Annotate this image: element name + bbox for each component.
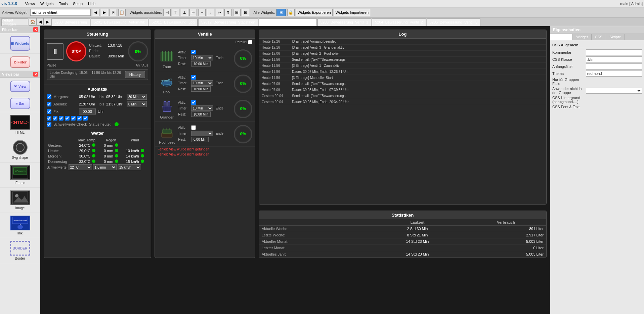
right-tab-widget[interactable]: Widget <box>573 34 591 40</box>
align-v-btn[interactable]: ↕ <box>207 9 214 16</box>
morgens-select[interactable]: 30 Min <box>127 94 147 100</box>
copy-btn[interactable]: ⎘ <box>110 9 117 16</box>
check3[interactable] <box>59 116 63 121</box>
sidebar-item-iframe[interactable]: <iFrame> iFrame <box>0 163 40 188</box>
right-tab-skripte[interactable]: Skripte <box>606 34 625 40</box>
tab-5204[interactable]: 5204_Bewässerung_Ventil_2 <box>372 18 426 26</box>
sidebar-filter-close[interactable]: ✕ <box>33 27 38 32</box>
menu-setup[interactable]: Setup <box>70 1 85 6</box>
morgens-check[interactable] <box>47 94 51 99</box>
steuerung-panel: Steuerung ⏸ STOP Uhrzeit: 13:07:18 <box>44 30 151 258</box>
tab-52012[interactable]: 52012_Bewässerung_Statistiken <box>198 18 258 26</box>
html-icon-box: <HTML> <box>10 115 30 130</box>
hochbeet-timer-select[interactable] <box>191 131 213 136</box>
sidebar-item-border[interactable]: BORDER Border <box>0 238 40 263</box>
sidebar-item-filter[interactable]: ⊘ Filter <box>0 54 40 71</box>
tab-back-btn[interactable]: ◀ <box>36 18 44 26</box>
paste-btn[interactable]: 📋 <box>118 9 126 16</box>
history-btn[interactable]: History <box>125 71 145 78</box>
schwellwert-regen-sel[interactable]: 1.0 mm <box>93 164 117 170</box>
expand-btn[interactable]: ⊞ <box>242 9 249 16</box>
menu-views[interactable]: Views <box>23 1 38 6</box>
arrow-left-btn[interactable]: ◀ <box>92 9 99 16</box>
lock-btn[interactable]: 🔒 <box>287 9 295 16</box>
abends-check[interactable] <box>47 102 51 106</box>
tab-home-btn[interactable]: 🏠 <box>29 18 36 26</box>
zaun-timer-select[interactable]: 10 Min <box>191 55 213 60</box>
grander-timer-select[interactable]: 10 Min <box>191 105 213 111</box>
zaun-aktiv-check[interactable] <box>191 50 196 54</box>
align-top-btn[interactable]: ⊥ <box>181 9 188 16</box>
pool-timer-select[interactable]: 10 Min <box>191 80 213 86</box>
aktives-widget-input[interactable] <box>30 9 91 16</box>
app-title: vis 1.3.8 <box>1 1 17 6</box>
align-right-btn[interactable]: ⊢ <box>189 9 197 16</box>
check6[interactable] <box>77 116 82 121</box>
schwellwert-check[interactable] <box>47 122 51 127</box>
pause-btn[interactable]: ⏸ <box>47 43 63 60</box>
tab-5205[interactable]: 5205_Bewässerung_Ventil_3 <box>427 18 481 26</box>
check7[interactable] <box>83 116 88 121</box>
anwender-select[interactable] <box>586 88 642 94</box>
arrow-right-btn[interactable]: ▶ <box>101 9 108 16</box>
fix-input[interactable] <box>79 108 96 115</box>
abends-select[interactable]: 0 Min <box>127 101 147 107</box>
tab-5200[interactable]: 5200_Bewässerung <box>51 18 90 26</box>
menu-tools[interactable]: Tools <box>56 1 71 6</box>
align-center-h-btn[interactable]: ⊤ <box>172 9 179 16</box>
align-left-btn[interactable]: ⊣ <box>163 9 171 16</box>
check4[interactable] <box>65 116 70 121</box>
parallel-check[interactable] <box>248 40 252 44</box>
sidebar-item-view[interactable]: 👁 View <box>0 78 40 95</box>
fix-check[interactable] <box>47 109 51 114</box>
tab-5201[interactable]: 5201_Bewässerung_Automatik <box>91 18 148 26</box>
thema-input[interactable] <box>586 71 642 77</box>
stop-btn[interactable]: STOP <box>66 41 86 61</box>
border-icon-box: BORDER <box>10 241 30 256</box>
schwellwert-temp-sel[interactable]: 22 °C <box>69 164 92 170</box>
anfangsfilter-input[interactable] <box>586 63 642 70</box>
temp-dot <box>92 160 95 163</box>
schwellwert-row: Schwellwerte-Check Status heute: <box>47 122 148 127</box>
pool-rest-btn[interactable]: 10:00 Min <box>191 86 211 92</box>
dist-h-btn[interactable]: ⇔ <box>216 9 223 16</box>
stat-verbrauch: 891 Liter <box>466 226 546 232</box>
tab-5202[interactable]: 5202_Bewässerung_Steuerung <box>259 18 317 26</box>
sidebar-item-bar[interactable]: ≡ Bar <box>0 95 40 112</box>
check5[interactable] <box>71 116 76 121</box>
sidebar-item-image[interactable]: Image <box>0 188 40 213</box>
tab-forward-btn[interactable]: ▶ <box>44 18 51 26</box>
right-tab-aussicht[interactable]: Aussicht <box>550 34 573 40</box>
sidebar-item-widgets[interactable]: ⊞ Widgets <box>0 33 40 54</box>
schwellwert-wind-sel[interactable]: 15 km/h <box>118 164 141 170</box>
widgets-exportieren-btn[interactable]: Widgets Exportieren <box>296 9 333 16</box>
sidebar-item-svg[interactable]: Svg shape <box>0 137 40 163</box>
html-label: HTML <box>15 131 25 134</box>
kommentar-input[interactable] <box>586 49 642 55</box>
hochbeet-aktiv-check[interactable] <box>191 125 196 130</box>
menu-hilfe[interactable]: Hilfe <box>85 1 98 6</box>
widgets-importieren-btn[interactable]: Widgets Importieren <box>334 9 370 16</box>
css-klasse-input[interactable] <box>586 56 642 62</box>
sidebar-item-html[interactable]: <HTML> HTML <box>0 112 40 137</box>
grander-aktiv-check[interactable] <box>191 100 196 105</box>
widget-einfuegen-tab[interactable]: Widget einfügen <box>1 18 28 26</box>
hochbeet-rest-btn[interactable]: 0:00 Min <box>191 137 209 142</box>
align-h-btn[interactable]: ↔ <box>198 9 206 16</box>
log-row: Gestern 20:04 Send email: {"text":"Bewae… <box>259 93 546 99</box>
right-tab-css[interactable]: CSS <box>592 34 606 40</box>
tab-5203[interactable]: 5203_Bewässerung_Ventil_1 <box>317 18 372 26</box>
pool-aktiv-check[interactable] <box>191 75 196 80</box>
grander-rest-btn[interactable]: 10:00 Min <box>191 111 211 117</box>
alle-widgets-toggle[interactable]: ▣ <box>276 9 286 16</box>
tab-52011[interactable]: 52011_Bewässerung_Log <box>149 18 198 26</box>
shrink-btn[interactable]: ⊟ <box>233 9 241 16</box>
check1[interactable] <box>47 116 51 121</box>
sidebar-item-link[interactable]: www.link.net link <box>0 213 40 238</box>
check2[interactable] <box>53 116 57 121</box>
sidebar-views-close[interactable]: ✕ <box>33 72 38 77</box>
zaun-rest-btn[interactable]: 10:00 Min <box>191 61 211 66</box>
menu-widgets[interactable]: Widgets <box>38 1 56 6</box>
dist-v-btn[interactable]: ⇕ <box>224 9 232 16</box>
wetter-wind: 14 km/h <box>122 153 148 159</box>
